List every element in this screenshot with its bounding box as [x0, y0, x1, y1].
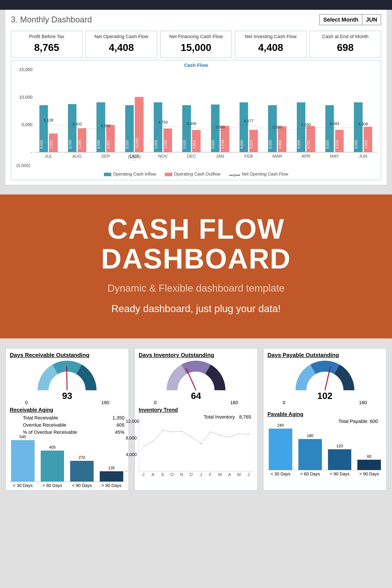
kpi-label: Profit Before Tax: [13, 34, 80, 40]
receivable-gauge: [32, 360, 102, 392]
selected-month[interactable]: JUN: [362, 14, 381, 25]
month-col: 8,500 10,000 (1,500): [120, 70, 148, 152]
select-month-label: Select Month: [319, 14, 362, 25]
inventory-trend-title: Inventory Trend: [139, 407, 254, 413]
svg-point-16: [162, 430, 164, 430]
kpi-label: Net Financing Cash Flow: [162, 34, 230, 40]
aging-bar: 270: [70, 455, 94, 482]
svg-point-21: [210, 432, 211, 432]
receivable-aging-chart: 540 405 270 135: [10, 438, 124, 482]
kpi-label: Net Investing Cash Flow: [237, 34, 304, 40]
kpi-value: 698: [312, 42, 379, 53]
month-col: 9,000 4,701 4,299: [292, 70, 320, 152]
aging-bar: 240: [269, 423, 292, 470]
month-col: 8,500 4,650 3,850: [263, 70, 292, 152]
kpi-value: 4,408: [88, 42, 155, 53]
inventory-title: Days Inventory Outstanding: [139, 352, 254, 358]
total-inventory-value: 8,765: [239, 414, 251, 420]
dashboard-panel: 3. Monthly Dashboard Select Month JUN Pr…: [6, 10, 386, 185]
cashflow-chart: Cash Flow 15,00010,0005,000- 8,500 3,362…: [11, 60, 381, 180]
month-col: 9,000 4,592 4,408: [349, 70, 378, 152]
month-col: 9,000 4,023 4,977: [234, 70, 263, 152]
promo-banner: CASH FLOW DASHBOARD Dynamic & Flexible d…: [0, 194, 392, 338]
svg-point-24: [238, 434, 240, 434]
kpi-card: Cash at End of Month 698: [310, 31, 381, 58]
month-col: 8,500 4,002 4,498: [177, 70, 206, 152]
month-col: 8,700 4,298 4,402: [63, 70, 91, 152]
inventory-trend-chart: 12,0008,0004,000-: [139, 421, 254, 471]
aging-bar: 180: [298, 434, 322, 470]
inventory-value: 64: [139, 391, 254, 401]
total-inventory-label: Total Inventory: [204, 414, 235, 420]
month-col: 8,500 3,362 5,138: [34, 70, 63, 152]
receivable-value: 93: [10, 391, 124, 401]
svg-point-15: [152, 441, 154, 441]
aging-bar: 135: [100, 466, 123, 482]
svg-point-19: [190, 437, 192, 437]
top-bar: [0, 0, 392, 10]
chart-title: Cash Flow: [14, 62, 378, 68]
banner-sub1: Dynamic & Flexible dashboard template: [9, 282, 383, 294]
banner-title-1: CASH FLOW: [9, 214, 383, 244]
section-title: 3. Monthly Dashboard: [11, 15, 92, 24]
banner-sub2: Ready dashboard, just plug your data!: [9, 303, 383, 314]
aging-bar: 60: [357, 454, 381, 470]
neg-tick: (5,000): [14, 159, 378, 170]
month-col: 9,000 4,901 4,099: [92, 70, 120, 152]
svg-line-12: [67, 366, 67, 390]
svg-point-25: [248, 434, 249, 434]
receivable-card: Days Receivable Outstanding 93 0180 Rece…: [6, 348, 129, 491]
kpi-label: Cash at End of Month: [312, 34, 379, 40]
plot-area: 8,500 3,362 5,138 8,700 4,298 4,402 9,00…: [34, 70, 378, 152]
receivable-stats: Total Receivable1,350Overdue Receivable6…: [10, 414, 124, 436]
kpi-card: Profit Before Tax 8,765: [11, 31, 82, 58]
kpi-value: 4,408: [237, 42, 304, 53]
payable-aging-title: Payable Aging: [268, 411, 382, 417]
svg-point-18: [181, 431, 182, 431]
bottom-cards: Days Receivable Outstanding 93 0180 Rece…: [0, 348, 392, 496]
month-col: 8,600 4,734 3,866: [206, 70, 234, 152]
kpi-value: 15,000: [162, 42, 230, 53]
month-selector[interactable]: Select Month JUN: [319, 14, 381, 25]
aging-bar: 540: [11, 435, 35, 482]
payable-value: 102: [268, 391, 382, 401]
month-col: 9,000 4,250 4,750: [148, 70, 177, 152]
payable-title: Days Payable Outstanding: [268, 352, 382, 358]
kpi-card: Net Operating Cash Flow 4,408: [86, 31, 157, 58]
kpi-value: 8,765: [13, 42, 80, 53]
banner-title-2: DASHBOARD: [9, 244, 383, 274]
legend: Operating Cash Inflow Operating Cash Out…: [14, 172, 378, 176]
x-axis: JULAUGSEPOCTNOVDECJANFEBMARAPRMAYJUN: [34, 152, 378, 159]
payable-gauge: [290, 360, 360, 392]
aging-bar: 120: [328, 444, 352, 470]
y-axis: 15,00010,0005,000-: [14, 70, 34, 152]
svg-point-22: [219, 435, 220, 435]
svg-point-23: [229, 437, 230, 437]
aging-bar: 405: [41, 445, 64, 482]
svg-point-17: [172, 432, 173, 432]
kpi-row: Profit Before Tax 8,765 Net Operating Ca…: [11, 31, 381, 58]
receivable-title: Days Receivable Outstanding: [10, 352, 124, 358]
inventory-card: Days Inventory Outstanding 64 0180 Inven…: [134, 348, 258, 491]
kpi-card: Net Investing Cash Flow 4,408: [235, 31, 306, 58]
payable-aging-chart: 240 180 120 60: [268, 426, 382, 470]
kpi-card: Net Financing Cash Flow 15,000: [160, 31, 232, 58]
receivable-aging-title: Receivable Aging: [10, 407, 124, 413]
kpi-label: Net Operating Cash Flow: [88, 34, 155, 40]
month-col: 8,500 4,016 4,484: [320, 70, 349, 152]
inventory-gauge: [161, 360, 231, 392]
svg-point-14: [143, 446, 144, 446]
payable-card: Days Payable Outstanding 102 0180 Payabl…: [263, 348, 386, 491]
